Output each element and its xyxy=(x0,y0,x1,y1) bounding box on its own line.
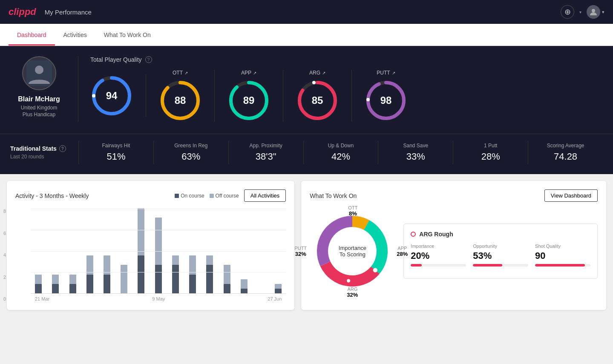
bar-on-course xyxy=(52,284,59,293)
stat-name: Fairways Hit xyxy=(102,143,130,149)
arg-metric-bar xyxy=(535,264,590,267)
gauge-app: APP ↗ 89 xyxy=(215,70,283,122)
stats-subtitle: Last 20 rounds xyxy=(10,154,78,160)
svg-point-12 xyxy=(312,81,316,84)
bar-off-course xyxy=(189,255,196,274)
gauge-label-app: APP ↗ xyxy=(241,70,256,76)
all-activities-button[interactable]: All Activities xyxy=(244,189,286,202)
stats-help-icon[interactable]: ? xyxy=(59,145,66,152)
bar-group xyxy=(116,265,132,293)
donut-label-arg: ARG 32% xyxy=(347,287,358,298)
arg-metric: Shot Quality 90 xyxy=(535,244,590,267)
arg-metric-bar xyxy=(411,264,466,267)
arg-metric: Importance 20% xyxy=(411,244,466,267)
y-label: 0 xyxy=(3,296,6,301)
bar-off-course xyxy=(275,284,282,289)
gauge-value-main: 94 xyxy=(106,90,118,102)
arg-metric-fill xyxy=(535,264,585,267)
gauge-value-ott: 88 xyxy=(175,95,186,106)
quality-help-icon[interactable]: ? xyxy=(145,56,152,63)
stat-value: 33% xyxy=(406,151,425,162)
stat-name: Scoring Average xyxy=(547,143,584,149)
arg-metric-value: 53% xyxy=(473,250,528,261)
player-country: United Kingdom xyxy=(21,105,57,111)
donut-segment-arg xyxy=(325,264,375,281)
y-label: 8 xyxy=(3,209,6,214)
activity-chart-card: Activity - 3 Months - Weekly On course O… xyxy=(7,181,294,310)
work-header: What To Work On View Dashboard xyxy=(310,189,598,202)
arg-metric-value: 20% xyxy=(411,250,466,261)
stat-item: 1 Putt 28% xyxy=(453,141,528,164)
chevron-icon: ▾ xyxy=(579,10,581,14)
bar-chart xyxy=(31,209,286,294)
nav-tabs: Dashboard Activities What To Work On xyxy=(0,24,613,46)
player-avatar xyxy=(22,56,56,90)
logo-text: clippd xyxy=(9,6,36,17)
donut-segment-app xyxy=(367,225,382,270)
chart-legend: On course Off course xyxy=(175,193,239,199)
donut-arg-marker xyxy=(347,278,351,283)
tab-dashboard[interactable]: Dashboard xyxy=(9,24,55,46)
arg-metric: Opportunity 53% xyxy=(473,244,528,267)
stat-value: 63% xyxy=(181,151,200,162)
stat-item: Fairways Hit 51% xyxy=(78,141,153,164)
tab-activities[interactable]: Activities xyxy=(55,24,95,46)
bar-off-course xyxy=(121,265,127,293)
donut-app-marker xyxy=(380,244,384,248)
bar-off-course xyxy=(86,255,93,274)
arg-metric-fill xyxy=(473,264,502,267)
stats-label: Traditional Stats ? Last 20 rounds xyxy=(10,145,78,160)
bar-off-course xyxy=(172,255,179,265)
bar-group xyxy=(99,255,115,293)
ott-arrow-icon: ↗ xyxy=(184,71,188,75)
gauge-circle-arg: 85 xyxy=(296,79,339,122)
bar-off-course xyxy=(35,275,42,284)
bar-group xyxy=(151,218,166,293)
stats-title: Traditional Stats ? xyxy=(10,145,78,152)
stat-value: 28% xyxy=(481,151,500,162)
user-avatar-button[interactable]: ▾ xyxy=(587,5,604,19)
x-label: 21 Mar xyxy=(35,296,49,301)
bar-off-course xyxy=(224,265,230,284)
tab-what-to-work-on[interactable]: What To Work On xyxy=(95,24,159,46)
bar-on-course xyxy=(224,284,230,293)
chart-wrapper: 86420 xyxy=(15,209,286,301)
add-button[interactable]: ⊕ xyxy=(561,5,574,19)
logo: clippd xyxy=(9,6,36,17)
stat-value: 51% xyxy=(106,151,125,162)
work-title: What To Work On xyxy=(310,192,357,199)
bar-on-course xyxy=(86,275,93,293)
bar-on-course xyxy=(172,265,179,293)
bar-group xyxy=(48,275,63,293)
bar-group xyxy=(236,279,252,293)
svg-point-5 xyxy=(92,94,95,97)
stat-name: Greens In Reg xyxy=(174,143,207,149)
bar-on-course xyxy=(275,289,282,293)
arg-metric-fill xyxy=(411,264,422,267)
svg-point-2 xyxy=(35,66,43,74)
bar-group xyxy=(202,255,217,293)
hero-section: Blair McHarg United Kingdom Plus Handica… xyxy=(0,46,613,134)
work-content: Importance To Scoring OTT 8% APP 28% ARG… xyxy=(310,209,598,294)
arg-arrow-icon: ↗ xyxy=(322,71,325,75)
gauge-label-arg: ARG ↗ xyxy=(309,70,325,76)
bar-on-course xyxy=(104,275,110,293)
bar-group xyxy=(31,275,46,293)
stat-name: Sand Save xyxy=(403,143,429,149)
gauge-circle-main: 94 xyxy=(90,75,133,117)
arg-metric-label: Importance xyxy=(411,244,466,249)
putt-arrow-icon: ↗ xyxy=(392,71,395,75)
gauge-value-putt: 98 xyxy=(380,95,392,106)
svg-point-0 xyxy=(592,9,595,12)
donut-label-ott: OTT 8% xyxy=(348,205,357,217)
bar-group xyxy=(133,208,149,293)
bar-on-course xyxy=(138,255,144,293)
bar-on-course xyxy=(69,284,76,293)
avatar-icon xyxy=(589,8,598,16)
x-axis-labels: 21 Mar9 May27 Jun xyxy=(31,296,286,301)
bar-off-course xyxy=(241,279,248,289)
bar-group xyxy=(219,265,234,293)
gauge-value-arg: 85 xyxy=(312,95,323,106)
view-dashboard-button[interactable]: View Dashboard xyxy=(544,189,598,202)
stat-item: App. Proximity 38'3" xyxy=(228,141,303,164)
